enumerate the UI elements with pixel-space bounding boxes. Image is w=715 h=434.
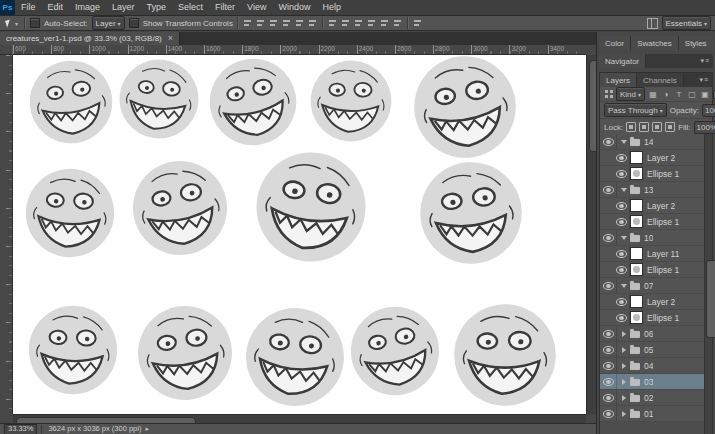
layers-scrollbar-thumb[interactable]: [706, 260, 715, 338]
menu-item[interactable]: Help: [316, 0, 347, 15]
layer-row[interactable]: Layer 2: [600, 150, 705, 166]
layer-visibility-toggle[interactable]: [613, 294, 630, 309]
layer-thumbnail[interactable]: [630, 247, 643, 260]
layer-name[interactable]: Ellipse 1: [647, 217, 679, 227]
layer-visibility-toggle[interactable]: [613, 214, 630, 229]
auto-select-checkbox[interactable]: [30, 18, 40, 28]
layer-visibility-toggle[interactable]: [600, 278, 617, 293]
filter-kind-dropdown[interactable]: Kind: [616, 87, 645, 101]
panel-tab[interactable]: Swatches: [631, 36, 679, 50]
lock-transparent-pixels-icon[interactable]: [626, 122, 636, 132]
ruler-origin-corner[interactable]: [0, 45, 13, 55]
menu-item[interactable]: Filter: [209, 0, 241, 15]
lock-position-icon[interactable]: [652, 122, 662, 132]
filter-adjustment-layers-icon[interactable]: ◑: [661, 90, 671, 99]
layer-visibility-toggle[interactable]: [600, 182, 617, 197]
layer-visibility-toggle[interactable]: [613, 310, 630, 325]
layer-name[interactable]: Layer 11: [647, 249, 679, 259]
expand-collapse-triangle-icon[interactable]: [622, 411, 626, 417]
layer-visibility-toggle[interactable]: [600, 230, 617, 245]
layer-thumbnail[interactable]: [630, 151, 643, 164]
layer-name[interactable]: 02: [644, 393, 653, 403]
layer-row[interactable]: 03: [600, 374, 705, 390]
layer-name[interactable]: 07: [644, 281, 653, 291]
layer-row[interactable]: 10: [600, 230, 705, 246]
expand-collapse-triangle-icon[interactable]: [621, 140, 627, 144]
menu-item[interactable]: Layer: [106, 0, 141, 15]
layer-name[interactable]: 03: [644, 377, 653, 387]
layer-thumbnail[interactable]: [630, 215, 643, 228]
workspace-grid-icon[interactable]: [647, 18, 658, 29]
layer-row[interactable]: 05: [600, 342, 705, 358]
align-bottom-edges-icon[interactable]: [308, 18, 318, 28]
layer-row[interactable]: Ellipse 1: [600, 214, 705, 230]
layer-row[interactable]: 06: [600, 326, 705, 342]
expand-collapse-triangle-icon[interactable]: [622, 331, 626, 337]
horizontal-ruler[interactable]: 6008001000120014001600180020002200240026…: [13, 45, 586, 55]
expand-collapse-triangle-icon[interactable]: [622, 347, 626, 353]
layer-visibility-toggle[interactable]: [600, 358, 617, 373]
tab-close-icon[interactable]: ×: [168, 34, 173, 43]
distribute-horizontal-centers-icon[interactable]: [380, 18, 390, 28]
filter-pixel-layers-icon[interactable]: ▦: [648, 90, 658, 99]
panel-menu-icon[interactable]: [697, 54, 713, 68]
tab-layers[interactable]: Layers: [600, 73, 637, 87]
layers-panel-scrollbar[interactable]: [704, 134, 712, 434]
layer-visibility-toggle[interactable]: [613, 166, 630, 181]
layer-visibility-toggle[interactable]: [600, 342, 617, 357]
layer-name[interactable]: 14: [644, 137, 653, 147]
layer-name[interactable]: 10: [644, 233, 653, 243]
layer-row[interactable]: Layer 2: [600, 198, 705, 214]
layer-name[interactable]: Layer 2: [647, 201, 675, 211]
layer-row[interactable]: 13: [600, 182, 705, 198]
filter-shape-layers-icon[interactable]: ▢: [687, 90, 697, 99]
workspace-switcher[interactable]: Essentials: [662, 16, 711, 30]
layer-visibility-toggle[interactable]: [613, 262, 630, 277]
layer-visibility-toggle[interactable]: [600, 134, 617, 149]
layer-row[interactable]: 01: [600, 406, 705, 422]
layer-row[interactable]: Ellipse 1: [600, 310, 705, 326]
panel-tab[interactable]: Color: [599, 36, 631, 50]
lock-all-icon[interactable]: [665, 122, 675, 132]
lock-image-pixels-icon[interactable]: [639, 122, 649, 132]
layer-thumbnail[interactable]: [630, 311, 643, 324]
align-vertical-centers-icon[interactable]: [295, 18, 305, 28]
align-horizontal-centers-icon[interactable]: [256, 18, 266, 28]
expand-collapse-triangle-icon[interactable]: [622, 395, 626, 401]
layer-visibility-toggle[interactable]: [613, 198, 630, 213]
tab-navigator[interactable]: Navigator: [599, 54, 646, 68]
distribute-vertical-centers-icon[interactable]: [341, 18, 351, 28]
menu-item[interactable]: Type: [141, 0, 173, 15]
canvas-horizontal-scrollbar[interactable]: [13, 414, 586, 423]
distribute-left-edges-icon[interactable]: [367, 18, 377, 28]
expand-collapse-triangle-icon[interactable]: [622, 363, 626, 369]
layer-name[interactable]: Layer 2: [647, 297, 675, 307]
filter-smart-objects-icon[interactable]: ▣: [700, 90, 710, 99]
panel-menu-icon[interactable]: [696, 73, 712, 87]
canvas-vertical-scrollbar[interactable]: [586, 55, 596, 414]
document-info[interactable]: 3624 px x 3036 px (300 ppi) ▸: [41, 425, 149, 434]
expand-collapse-triangle-icon[interactable]: [622, 379, 626, 385]
layer-name[interactable]: 06: [644, 329, 653, 339]
layer-name[interactable]: Ellipse 1: [647, 169, 679, 179]
opacity-field[interactable]: 100%: [702, 104, 715, 117]
layer-thumbnail[interactable]: [630, 199, 643, 212]
expand-collapse-triangle-icon[interactable]: [621, 236, 627, 240]
distribute-top-edges-icon[interactable]: [328, 18, 338, 28]
distribute-right-edges-icon[interactable]: [393, 18, 403, 28]
fill-field[interactable]: 100%: [694, 121, 715, 134]
menu-item[interactable]: File: [15, 0, 42, 15]
show-transform-controls-checkbox[interactable]: [129, 18, 139, 28]
layer-row[interactable]: Layer 11: [600, 246, 705, 262]
status-options-arrow-icon[interactable]: ▸: [145, 425, 149, 433]
layer-visibility-toggle[interactable]: [613, 246, 630, 261]
vertical-ruler[interactable]: [0, 55, 13, 414]
align-left-edges-icon[interactable]: [243, 18, 253, 28]
layer-name[interactable]: 05: [644, 345, 653, 355]
expand-collapse-triangle-icon[interactable]: [621, 188, 627, 192]
align-right-edges-icon[interactable]: [269, 18, 279, 28]
document-canvas[interactable]: [13, 55, 586, 414]
layer-row[interactable]: Ellipse 1: [600, 166, 705, 182]
layer-name[interactable]: Ellipse 1: [647, 265, 679, 275]
layer-name[interactable]: 04: [644, 361, 653, 371]
